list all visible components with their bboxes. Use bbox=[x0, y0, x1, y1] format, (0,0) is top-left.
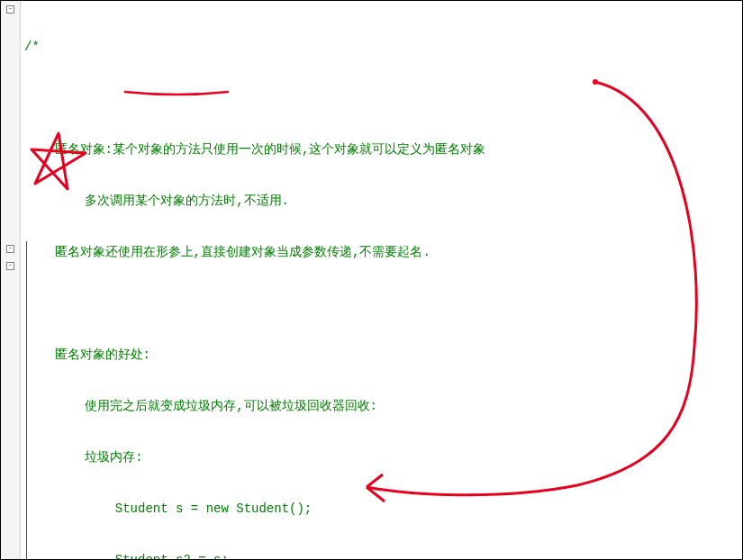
fold-toggle-icon[interactable]: - bbox=[6, 5, 14, 14]
code-line: Student s = new Student(); bbox=[24, 501, 742, 518]
code-line: 多次调用某个对象的方法时,不适用. bbox=[24, 193, 742, 210]
code-line bbox=[24, 90, 742, 107]
code-line: Student s2 = s; bbox=[24, 552, 742, 559]
code-line: 匿名对象:某个对象的方法只使用一次的时候,这个对象就可以定义为匿名对象 bbox=[24, 141, 742, 158]
code-line: 匿名对象的好处: bbox=[24, 347, 742, 364]
code-area[interactable]: /* 匿名对象:某个对象的方法只使用一次的时候,这个对象就可以定义为匿名对象 多… bbox=[21, 1, 742, 559]
code-editor: - - - /* 匿名对象:某个对象的方法只使用一次的时候,这个对象就可以定义为… bbox=[0, 0, 743, 560]
code-line: 使用完之后就变成垃圾内存,可以被垃圾回收器回收: bbox=[24, 398, 742, 415]
fold-toggle-icon[interactable]: - bbox=[6, 245, 14, 253]
code-line: /* bbox=[24, 39, 742, 56]
code-line: 垃圾内存: bbox=[24, 449, 742, 466]
code-line bbox=[24, 295, 742, 312]
code-line: 匿名对象还使用在形参上,直接创建对象当成参数传递,不需要起名. bbox=[24, 244, 742, 261]
gutter: - - - bbox=[1, 1, 21, 559]
block-margin-line bbox=[26, 241, 27, 559]
fold-toggle-icon[interactable]: - bbox=[6, 262, 14, 270]
